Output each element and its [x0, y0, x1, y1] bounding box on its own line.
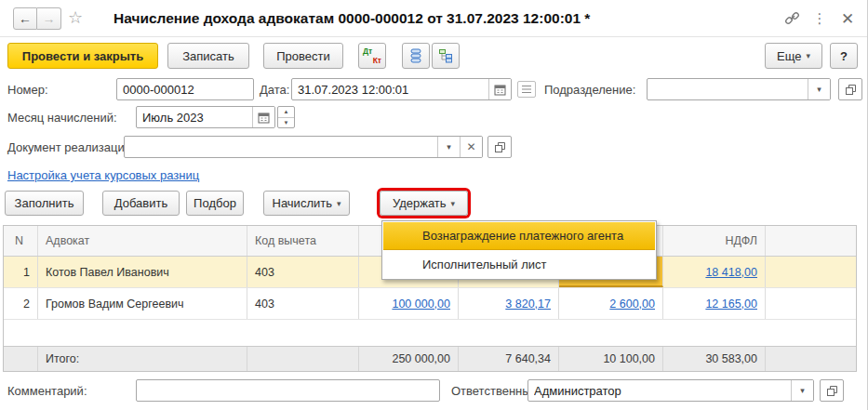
col-header-advocate[interactable]: Адвокат [38, 226, 247, 256]
number-label: Номер: [7, 83, 48, 97]
comment-input[interactable] [137, 380, 439, 401]
total-empty-cell [247, 347, 359, 371]
accrual-month-field [136, 106, 275, 128]
title-bar: ← → ☆ Начисление дохода адвокатам 0000-0… [0, 0, 867, 37]
link-icon [784, 11, 800, 26]
related-documents-button[interactable] [432, 43, 460, 69]
date-input[interactable] [292, 79, 488, 99]
post-button[interactable]: Провести [263, 43, 343, 69]
date-field [291, 78, 512, 100]
spinner-down-button[interactable]: ▼ [278, 118, 294, 128]
forward-arrow-icon: → [43, 11, 56, 26]
document-journal-button[interactable] [517, 81, 536, 98]
amount-cell: 2 600,00 [559, 288, 663, 319]
more-options-icon[interactable]: ⋮ [809, 9, 830, 28]
chevron-down-icon: ▾ [447, 142, 451, 152]
get-link-button[interactable] [781, 9, 802, 28]
currency-settings-link[interactable]: Настройка учета курсовых разниц [7, 168, 199, 182]
post-and-close-button[interactable]: Провести и закрыть [7, 43, 158, 69]
col-header-deduction-code[interactable]: Код вычета [247, 226, 359, 256]
responsible-field: ▾ [527, 379, 814, 402]
total-empty-cell [4, 347, 38, 371]
advocate-cell: Громов Вадим Сергеевич [38, 288, 247, 319]
responsible-dropdown-button[interactable]: ▾ [791, 380, 813, 401]
department-field: ▾ [647, 78, 831, 100]
ndfl-link[interactable]: 18 418,00 [705, 266, 757, 279]
number-input[interactable] [117, 79, 253, 99]
sales-document-choose-button[interactable] [487, 136, 512, 158]
registers-button[interactable] [402, 43, 430, 69]
sales-document-input[interactable] [125, 137, 437, 157]
date-label: Дата: [260, 83, 289, 97]
total-amount: 250 000,00 [359, 347, 459, 371]
register-list-icon [409, 48, 422, 63]
responsible-input[interactable] [528, 380, 791, 401]
accrual-month-calendar-button[interactable] [252, 107, 274, 127]
deduction-code-cell: 403 [247, 288, 359, 319]
total-ndfl: 30 583,00 [663, 347, 766, 371]
accrue-button[interactable]: Начислить▾ [263, 191, 350, 216]
sales-document-clear-button[interactable]: ✕ [460, 137, 482, 157]
pick-button[interactable]: Подбор [186, 191, 244, 216]
accrual-month-input[interactable] [137, 107, 252, 127]
choose-from-list-icon [494, 141, 506, 153]
comment-field [136, 379, 440, 402]
extra-cell [766, 257, 856, 287]
department-label: Подразделение: [544, 83, 635, 97]
save-button[interactable]: Записать [167, 43, 249, 69]
responsible-choose-button[interactable] [820, 379, 844, 402]
choose-from-list-icon [845, 84, 857, 96]
amount-link[interactable]: 3 820,17 [505, 298, 551, 311]
chevron-down-icon: ▾ [817, 85, 821, 94]
calendar-icon [494, 84, 506, 96]
forward-button[interactable]: → [37, 7, 61, 30]
dtkt-icon: ДтКт [363, 46, 381, 65]
table-total-row: Итого: 250 000,00 7 640,34 10 100,00 30 … [4, 346, 856, 371]
col-header-extra[interactable] [766, 226, 856, 256]
page-title: Начисление дохода адвокатам 0000-000012 … [114, 0, 590, 37]
extra-cell [766, 288, 856, 319]
row-number-cell: 1 [4, 257, 38, 287]
department-choose-button[interactable] [838, 78, 862, 100]
total-amount: 7 640,34 [459, 347, 559, 371]
list-lines-icon [521, 85, 532, 94]
total-empty-cell [766, 347, 856, 371]
clear-x-icon: ✕ [466, 140, 475, 153]
nav-history-group: ← → [13, 7, 61, 30]
date-calendar-button[interactable] [488, 79, 511, 99]
department-input[interactable] [648, 79, 808, 99]
ndfl-link[interactable]: 12 165,00 [705, 298, 757, 311]
menu-item-payment-agent-fee[interactable]: Вознаграждение платежного агента [383, 222, 655, 250]
amount-link[interactable]: 100 000,00 [392, 298, 450, 311]
ndfl-cell: 12 165,00 [663, 288, 766, 319]
amount-link[interactable]: 2 600,00 [609, 298, 655, 311]
department-dropdown-button[interactable]: ▾ [808, 79, 830, 99]
chevron-down-icon: ▾ [800, 386, 805, 395]
menu-item-writ-of-execution[interactable]: Исполнительный лист [383, 250, 655, 278]
calendar-icon [258, 112, 270, 124]
withhold-button[interactable]: Удержать▾ [380, 191, 468, 216]
more-button[interactable]: Еще▾ [765, 43, 822, 69]
number-field [116, 78, 254, 100]
add-button[interactable]: Добавить [102, 191, 180, 216]
withhold-dropdown-menu: Вознаграждение платежного агента Исполни… [381, 220, 657, 280]
col-header-n[interactable]: N [4, 226, 38, 256]
spinner-up-button[interactable]: ▲ [278, 107, 294, 118]
fill-button[interactable]: Заполнить [5, 191, 84, 216]
accrue-button-label: Начислить [273, 196, 332, 210]
back-arrow-icon: ← [19, 11, 32, 26]
help-button[interactable]: ? [830, 43, 858, 69]
sales-document-field: ▾ ✕ [124, 136, 483, 158]
favorite-star-icon[interactable]: ☆ [68, 7, 83, 28]
back-button[interactable]: ← [13, 7, 37, 30]
amount-cell: 3 820,17 [459, 288, 559, 319]
show-postings-button[interactable]: ДтКт [358, 43, 386, 69]
more-button-label: Еще [777, 49, 801, 63]
col-header-ndfl[interactable]: НДФЛ [663, 226, 766, 256]
ndfl-cell: 18 418,00 [663, 257, 766, 287]
document-window: ← → ☆ Начисление дохода адвокатам 0000-0… [0, 0, 868, 410]
table-row[interactable]: 2 Громов Вадим Сергеевич 403 100 000,00 … [4, 288, 856, 320]
accrual-month-spinner: ▲ ▼ [277, 106, 295, 128]
sales-document-dropdown-button[interactable]: ▾ [437, 137, 460, 157]
close-icon[interactable]: ✕ [837, 9, 858, 28]
